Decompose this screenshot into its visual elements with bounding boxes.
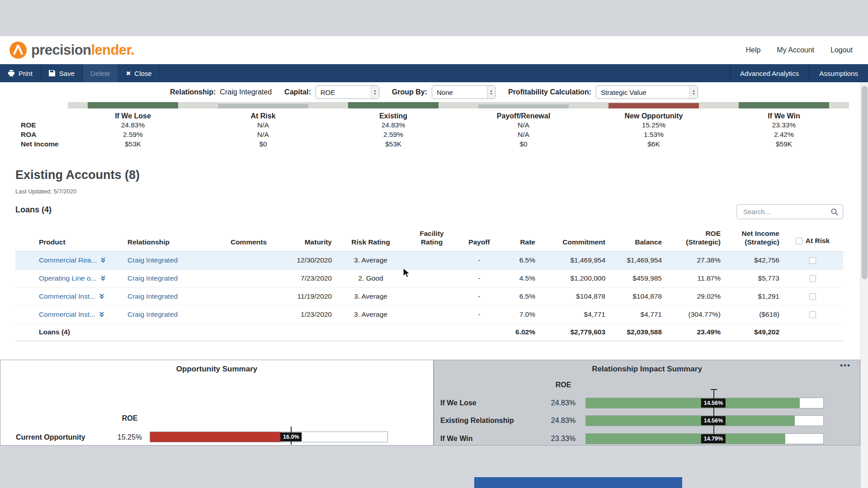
metric-value: $6K xyxy=(589,140,719,148)
at-risk-checkbox[interactable] xyxy=(809,275,816,282)
col-header-relationship: Relationship xyxy=(122,225,212,251)
delete-button[interactable]: Delete xyxy=(83,64,118,82)
target-value-label: 14.79% xyxy=(701,434,726,443)
app-logo[interactable]: precisionlender. xyxy=(9,41,134,59)
save-button[interactable]: Save xyxy=(41,64,83,82)
product-link[interactable]: Commercial Inst... xyxy=(39,292,104,300)
scrollbar-thumb[interactable] xyxy=(862,86,868,279)
expand-double-chevron-icon[interactable] xyxy=(99,311,104,318)
rate-cell: 6.5% xyxy=(502,287,538,305)
loan-row[interactable]: Commercial Inst... Craig Integrated 1/23… xyxy=(15,305,843,324)
filter-bar: Relationship: Craig Integrated Capital: … xyxy=(0,82,868,102)
loan-row[interactable]: Commercial Rea... Craig Integrated 12/30… xyxy=(15,251,843,269)
comments-cell xyxy=(212,251,285,269)
expand-double-chevron-icon[interactable] xyxy=(100,257,106,263)
col-header-commitment: Commitment xyxy=(538,225,608,251)
capital-select[interactable]: ROE ▲▼ xyxy=(316,85,379,99)
facility-rating-cell xyxy=(407,251,457,269)
chart-bar-segment xyxy=(478,104,569,108)
maturity-cell: 1/23/2020 xyxy=(285,305,335,324)
relationship-link[interactable]: Craig Integrated xyxy=(127,256,178,264)
page-title: Existing Accounts (8) xyxy=(15,168,140,182)
metric-value: 1.53% xyxy=(589,131,719,139)
print-button[interactable]: Print xyxy=(0,64,41,82)
at-risk-checkbox[interactable] xyxy=(809,293,816,300)
save-icon xyxy=(48,70,56,77)
relationship-link[interactable]: Craig Integrated xyxy=(127,310,178,318)
assumptions-button[interactable]: Assumptions xyxy=(809,64,868,82)
loan-row[interactable]: Commercial Inst... Craig Integrated 11/1… xyxy=(15,287,843,305)
loan-row[interactable]: Operating Line o... Craig Integrated 7/2… xyxy=(15,269,843,287)
metric-value: N/A xyxy=(198,121,328,129)
at-risk-checkbox[interactable] xyxy=(809,257,816,264)
comments-cell xyxy=(212,287,285,305)
search-box[interactable] xyxy=(736,204,843,219)
advanced-analytics-button[interactable]: Advanced Analytics xyxy=(730,64,809,82)
metric-value: 15.25% xyxy=(589,121,719,129)
relationship-label: Relationship: xyxy=(170,88,216,96)
target-value-label: 14.56% xyxy=(701,416,726,425)
relationship-value: Craig Integrated xyxy=(220,88,272,96)
help-link[interactable]: Help xyxy=(745,46,760,54)
expand-double-chevron-icon[interactable] xyxy=(100,275,106,282)
logo-text-precision: precision xyxy=(31,42,91,58)
metrics-summary: If We Lose At Risk Existing Payoff/Renew… xyxy=(0,102,868,149)
if-we-lose-label: If We Lose xyxy=(440,399,476,407)
col-header-product: Product xyxy=(15,225,122,251)
at-risk-header-checkbox[interactable] xyxy=(796,238,802,244)
metric-value: 2.59% xyxy=(328,131,458,139)
metric-value: 24.83% xyxy=(328,121,458,129)
metrics-chart-strip xyxy=(0,102,868,108)
at-risk-checkbox[interactable] xyxy=(809,311,816,318)
if-we-win-label: If We Win xyxy=(440,435,473,443)
group-by-select[interactable]: None ▲▼ xyxy=(432,85,495,99)
balance-cell: $1,469,954 xyxy=(608,251,665,269)
metrics-col-new-opportunity: New Opportunity xyxy=(589,109,719,120)
rate-cell: 4.5% xyxy=(502,269,538,287)
logout-link[interactable]: Logout xyxy=(830,46,853,54)
print-icon xyxy=(8,70,15,77)
search-input[interactable] xyxy=(742,207,828,216)
payoff-cell: - xyxy=(457,269,502,287)
header-links: Help My Account Logout xyxy=(745,46,859,54)
risk-rating-cell: 3. Average xyxy=(335,305,407,324)
profitability-label: Profitability Calculation: xyxy=(508,88,591,96)
relationship-link[interactable]: Craig Integrated xyxy=(127,292,178,300)
risk-rating-cell: 3. Average xyxy=(335,287,407,305)
roe-cell: 29.02% xyxy=(665,287,723,305)
product-link[interactable]: Commercial Inst... xyxy=(39,310,104,319)
chart-bar-segment xyxy=(739,102,829,108)
totals-roe: 23.49% xyxy=(665,324,723,341)
product-link[interactable]: Commercial Rea... xyxy=(39,256,106,264)
bar-fill xyxy=(586,416,795,426)
facility-rating-cell xyxy=(407,269,457,287)
roe-cell: 11.87% xyxy=(665,269,723,287)
vertical-scrollbar[interactable] xyxy=(860,82,868,488)
metric-value: 2.42% xyxy=(719,131,849,139)
metric-value: N/A xyxy=(458,121,589,129)
panel-menu-button[interactable]: ••• xyxy=(840,361,851,370)
expand-double-chevron-icon[interactable] xyxy=(99,293,104,300)
relationship-link[interactable]: Craig Integrated xyxy=(127,274,178,282)
capital-label: Capital: xyxy=(284,88,311,96)
risk-rating-cell: 2. Good xyxy=(335,269,407,287)
metric-value: 23.33% xyxy=(719,121,849,129)
opportunity-summary-title: Opportunity Summary xyxy=(0,365,433,374)
metrics-column-headers: If We Lose At Risk Existing Payoff/Renew… xyxy=(0,108,868,120)
metric-value: N/A xyxy=(198,131,328,139)
bar-fill xyxy=(150,432,281,442)
rate-cell: 6.5% xyxy=(502,251,538,269)
net-income-cell: $42,756 xyxy=(723,251,782,269)
commitment-cell: $4,771 xyxy=(538,305,608,324)
content-viewport: If We Lose At Risk Existing Payoff/Renew… xyxy=(0,102,868,446)
last-updated-text: Last Updated: 5/7/2020 xyxy=(15,188,76,195)
metric-value: $0 xyxy=(458,140,589,148)
existing-relationship-bar: 14.56% xyxy=(585,415,824,426)
chart-bar-segment xyxy=(348,102,439,108)
close-button[interactable]: ✖ Close xyxy=(118,64,160,82)
my-account-link[interactable]: My Account xyxy=(777,46,814,54)
profitability-select[interactable]: Strategic Value ▲▼ xyxy=(596,85,698,99)
roe-column-label: ROE xyxy=(532,381,595,389)
product-link[interactable]: Operating Line o... xyxy=(39,274,106,282)
current-opportunity-label: Current Opportunity xyxy=(16,433,85,441)
